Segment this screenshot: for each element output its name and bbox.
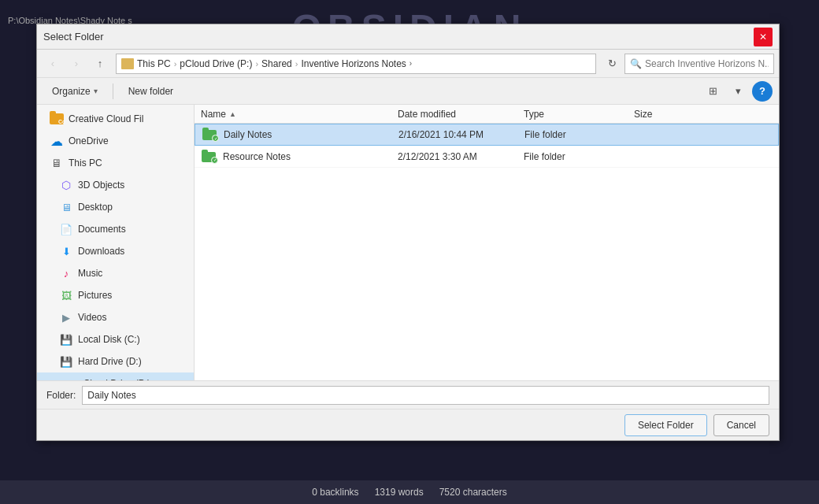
file-folder-icon [201, 149, 217, 165]
file-name-cell: Resource Notes [201, 149, 398, 165]
documents-icon: 📄 [59, 223, 73, 235]
sidebar-item-thispc[interactable]: 🖥 This PC [37, 152, 194, 174]
dialog-title: Select Folder [43, 31, 754, 43]
sidebar-label-3dobjects: 3D Objects [78, 180, 124, 191]
forward-button[interactable]: › [65, 53, 87, 75]
sidebar-item-onedrive[interactable]: ☁ OneDrive [37, 130, 194, 152]
search-icon: 🔍 [630, 58, 642, 69]
breadcrumb-shared: Shared [261, 58, 292, 69]
folder-input[interactable] [82, 386, 769, 405]
dialog-titlebar: Select Folder ✕ [37, 24, 779, 50]
file-name-cell: Daily Notes [202, 127, 398, 143]
column-headers: Name ▲ Date modified Type Size [195, 105, 779, 124]
sidebar-item-documents[interactable]: 📄 Documents [37, 218, 194, 240]
sidebar-item-music[interactable]: ♪ Music [37, 262, 194, 284]
sep2: › [255, 59, 258, 69]
sidebar-item-localdisk[interactable]: 💾 Local Disk (C:) [37, 328, 194, 350]
sort-arrow-icon: ▲ [229, 110, 236, 118]
chevron-icon: › [410, 59, 412, 68]
folder-icon [121, 58, 134, 69]
col-date-header[interactable]: Date modified [398, 109, 524, 120]
sidebar-label-pictures: Pictures [78, 290, 112, 301]
toolbar-separator [113, 83, 113, 99]
view-button[interactable]: ⊞ [702, 81, 724, 102]
sidebar-item-3dobjects[interactable]: ⬡ 3D Objects [37, 174, 194, 196]
col-size-header[interactable]: Size [634, 109, 697, 120]
sidebar-label-documents: Documents [78, 224, 126, 235]
sidebar: Cc Creative Cloud Fil ☁ OneDrive 🖥 This … [37, 105, 195, 380]
file-date-cell: 2/16/2021 10:44 PM [398, 129, 524, 140]
sidebar-item-downloads[interactable]: ⬇ Downloads [37, 240, 194, 262]
music-icon: ♪ [59, 267, 73, 280]
search-input[interactable] [645, 58, 769, 69]
address-bar[interactable]: This PC › pCloud Drive (P:) › Shared › I… [116, 54, 596, 74]
downloads-icon: ⬇ [59, 245, 73, 258]
organize-button[interactable]: Organize ▾ [43, 81, 106, 102]
search-box: 🔍 [624, 54, 774, 74]
sidebar-label-videos: Videos [78, 312, 106, 323]
pictures-icon: 🖼 [59, 289, 73, 302]
folder-label: Folder: [46, 390, 76, 401]
organize-label: Organize [52, 86, 91, 97]
breadcrumb-pcloud: pCloud Drive (P:) [180, 58, 252, 69]
sidebar-label-harddrive: Hard Drive (D:) [78, 356, 142, 367]
3dobjects-icon: ⬡ [59, 179, 73, 191]
sidebar-item-desktop[interactable]: 🖥 Desktop [37, 196, 194, 218]
col-name-header[interactable]: Name ▲ [201, 109, 398, 120]
onedrive-icon: ☁ [50, 135, 64, 147]
sidebar-item-videos[interactable]: ▶ Videos [37, 306, 194, 328]
sidebar-item-pictures[interactable]: 🖼 Pictures [37, 284, 194, 306]
folder-bar: Folder: [37, 380, 779, 409]
toolbar: Organize ▾ New folder ⊞ ▾ ? [37, 78, 779, 105]
action-bar: Select Folder Cancel [37, 409, 779, 440]
close-button[interactable]: ✕ [754, 28, 773, 46]
sidebar-item-pcloud[interactable]: ☁ pCloud Drive (P:) [37, 372, 194, 380]
file-name-label: Daily Notes [224, 129, 272, 140]
back-button[interactable]: ‹ [42, 53, 64, 75]
sidebar-label-music: Music [78, 268, 102, 279]
refresh-button[interactable]: ↻ [601, 53, 623, 75]
sidebar-item-harddrive[interactable]: 💾 Hard Drive (D:) [37, 350, 194, 372]
thispc-icon: 🖥 [50, 157, 64, 169]
sidebar-item-cc[interactable]: Cc Creative Cloud Fil [37, 108, 194, 130]
file-type-cell: File folder [524, 129, 635, 140]
select-folder-button[interactable]: Select Folder [624, 414, 707, 436]
view-dropdown-button[interactable]: ▾ [727, 81, 749, 102]
sidebar-label-onedrive: OneDrive [69, 135, 109, 146]
col-type-header[interactable]: Type [524, 109, 634, 120]
videos-icon: ▶ [59, 311, 73, 324]
organize-dropdown-icon: ▾ [94, 87, 98, 95]
backlinks-count: 0 backlinks [312, 487, 358, 498]
word-count: 1319 words [375, 487, 424, 498]
file-name-label: Resource Notes [223, 151, 291, 162]
sidebar-label-thispc: This PC [69, 158, 102, 169]
localdisk-icon: 💾 [59, 333, 73, 346]
table-row[interactable]: Daily Notes 2/16/2021 10:44 PM File fold… [195, 124, 779, 146]
breadcrumb-thispc: This PC [137, 58, 171, 69]
sidebar-label-desktop: Desktop [78, 202, 113, 213]
desktop-icon: 🖥 [59, 201, 73, 213]
sidebar-label-cc: Creative Cloud Fil [69, 113, 143, 124]
cc-folder-icon: Cc [50, 113, 64, 125]
content-area: Cc Creative Cloud Fil ☁ OneDrive 🖥 This … [37, 105, 779, 380]
file-type-cell: File folder [524, 151, 634, 162]
help-button[interactable]: ? [752, 81, 773, 102]
status-bar: 0 backlinks 1319 words 7520 characters [0, 480, 819, 504]
char-count: 7520 characters [439, 487, 507, 498]
select-folder-dialog: Select Folder ✕ ‹ › ↑ This PC › pCloud D… [36, 24, 780, 441]
up-button[interactable]: ↑ [89, 53, 111, 75]
file-date-cell: 2/12/2021 3:30 AM [398, 151, 524, 162]
breadcrumb-inventive: Inventive Horizons Notes [301, 58, 406, 69]
harddrive-icon: 💾 [59, 355, 73, 368]
table-row[interactable]: Resource Notes 2/12/2021 3:30 AM File fo… [195, 146, 779, 168]
file-area: Name ▲ Date modified Type Size Daily N [195, 105, 779, 380]
sep3: › [295, 59, 298, 69]
sep1: › [174, 59, 177, 69]
new-folder-button[interactable]: New folder [120, 81, 182, 102]
cancel-button[interactable]: Cancel [713, 414, 769, 436]
col-name-label: Name [201, 109, 226, 120]
file-folder-icon [202, 127, 217, 143]
sidebar-label-downloads: Downloads [78, 246, 124, 257]
navigation-bar: ‹ › ↑ This PC › pCloud Drive (P:) › Shar… [37, 50, 779, 78]
sidebar-label-localdisk: Local Disk (C:) [78, 334, 140, 345]
